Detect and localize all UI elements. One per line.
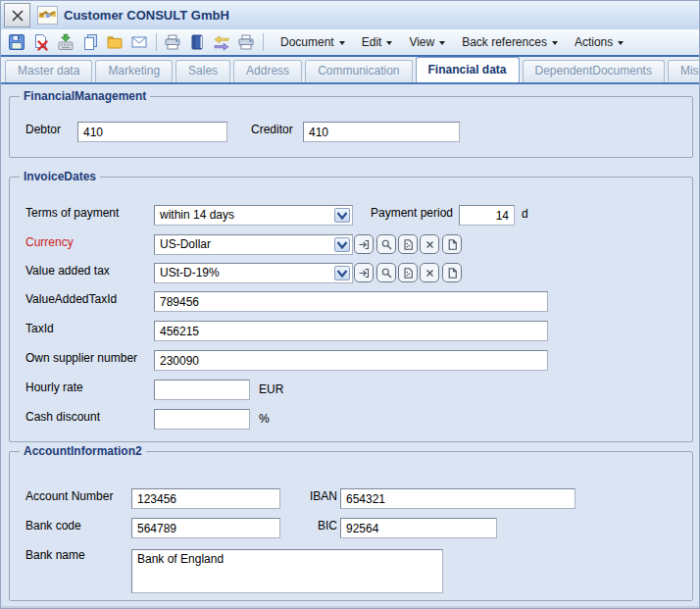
hourly-rate-input[interactable] [154,380,250,400]
open-reference-icon [358,267,371,279]
value-added-tax-combobox[interactable]: USt-D-19% [154,263,353,283]
tab-sales[interactable]: Sales [175,60,230,82]
tab-dependent-documents[interactable]: DependentDocuments [523,60,665,82]
toolbar-separator [156,33,157,51]
terms-of-payment-combobox[interactable]: within 14 days [154,205,353,226]
vat-new-button[interactable] [442,263,462,282]
delete-button[interactable] [29,31,52,53]
print-alt-icon [237,33,255,51]
invoice-dates-legend: InvoiceDates [20,170,100,183]
tab-marketing[interactable]: Marketing [95,60,173,82]
delete-document-icon [32,33,50,51]
account-number-label: Account Number [25,489,113,503]
swap-arrows-button[interactable] [210,31,232,53]
toolbar: Document Edit View Back references Actio… [1,29,699,57]
tab-communication[interactable]: Communication [305,60,412,82]
tab-master-data[interactable]: Master data [5,60,92,82]
tab-address[interactable]: Address [233,60,302,82]
bic-input[interactable] [340,518,497,538]
payment-period-input[interactable] [459,205,515,226]
menu-edit[interactable]: Edit [358,33,397,51]
notebook-button[interactable] [185,31,208,53]
window-bottom-edge [1,606,699,608]
open-reference-icon [358,238,371,251]
chevron-down-icon [336,269,348,279]
print-icon [164,33,181,51]
window-title: Customer CONSULT GmbH [64,8,229,23]
tax-id-label: TaxId [25,322,54,335]
terms-of-payment-value: within 14 days [160,208,234,222]
iban-input[interactable] [340,488,575,509]
cash-discount-label: Cash discount [25,410,100,424]
menu-actions[interactable]: Actions [571,33,627,51]
notebook-icon [188,33,206,51]
menu-back-references[interactable]: Back references [458,33,562,51]
tab-financial-data[interactable]: Financial data [416,57,520,82]
currency-new-button[interactable] [442,234,462,254]
account-information-legend: AccountInformation2 [20,444,146,458]
print-alt-button[interactable] [234,31,257,53]
currency-label: Currency [25,235,74,249]
menu-document-label: Document [280,35,334,49]
clear-x-icon [424,238,436,251]
bank-name-label: Bank name [25,548,85,562]
creditor-input[interactable] [303,122,460,142]
currency-open-button[interactable] [354,234,374,254]
financial-management-group: FinancialManagement Debtor Creditor [9,96,693,158]
open-folder-button[interactable] [103,31,125,53]
combo-dropdown-button[interactable] [334,266,350,280]
customer-window: Customer CONSULT GmbH [0,0,700,609]
menu-view[interactable]: View [405,33,449,51]
currency-value: US-Dollar [160,237,211,251]
keyboard-import-button[interactable] [54,31,76,53]
invoice-dates-group: InvoiceDates Terms of payment within 14 … [9,177,693,442]
save-button[interactable] [5,31,27,53]
tab-misc[interactable]: Misc [668,60,700,82]
vat-clear-button[interactable] [420,263,439,282]
iban-label: IBAN [300,489,337,503]
own-supplier-number-label: Own supplier number [25,351,137,365]
chevron-down-icon [336,240,348,250]
own-supplier-number-input[interactable] [154,350,548,371]
currency-copy-from-button[interactable] [398,234,418,254]
hourly-rate-label: Hourly rate [25,381,83,394]
currency-clear-button[interactable] [420,234,439,254]
swap-arrows-icon [213,33,230,51]
copy-from-icon [402,238,415,251]
menu-back-references-label: Back references [462,35,547,49]
bic-label: BIC [300,519,337,533]
creditor-label: Creditor [251,123,293,136]
copy-button[interactable] [78,31,101,53]
copy-icon [81,33,99,51]
cash-discount-input[interactable] [154,409,250,430]
debtor-input[interactable] [77,122,227,142]
payment-period-label: Payment period [371,206,453,220]
hourly-rate-unit: EUR [259,382,283,396]
tax-id-input[interactable] [154,321,548,341]
value-added-tax-id-input[interactable] [154,291,548,312]
menu-document[interactable]: Document [276,33,349,51]
vat-open-button[interactable] [354,263,374,282]
combo-dropdown-button[interactable] [334,208,350,223]
bank-name-textarea[interactable]: Bank of England [131,549,443,593]
menu-edit-label: Edit [362,35,382,49]
combo-dropdown-button[interactable] [334,237,350,252]
account-information-group: AccountInformation2 Account Number IBAN … [9,451,693,601]
currency-combobox[interactable]: US-Dollar [154,234,353,255]
close-button[interactable] [4,3,30,27]
vat-search-button[interactable] [376,263,396,282]
currency-search-button[interactable] [376,234,396,254]
mail-button[interactable] [127,31,150,53]
vat-copy-from-button[interactable] [398,263,418,282]
financial-management-legend: FinancialManagement [20,89,150,103]
chevron-down-icon [552,41,558,45]
chevron-down-icon [439,41,445,45]
cash-discount-unit: % [259,412,270,426]
print-button[interactable] [161,31,183,53]
terms-of-payment-label: Terms of payment [25,206,119,220]
payment-period-unit: d [522,207,528,221]
value-added-tax-value: USt-D-19% [160,266,220,279]
search-icon [380,238,393,251]
account-number-input[interactable] [131,488,280,509]
bank-code-input[interactable] [131,518,280,538]
